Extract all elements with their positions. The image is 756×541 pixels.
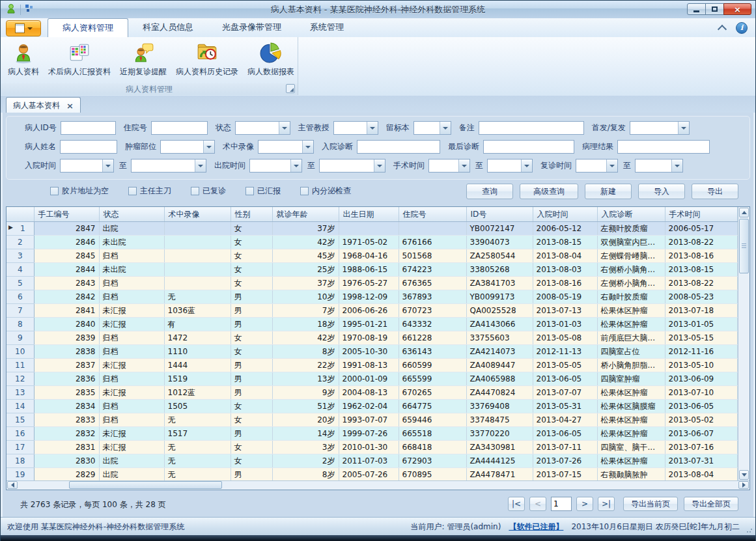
cell-visit-age[interactable]: 42岁 — [272, 331, 339, 345]
row-selector[interactable]: 8 — [7, 318, 34, 331]
cell-surgery-date[interactable]: 2013-06-07 — [665, 427, 738, 441]
horizontal-scrollbar-thumb[interactable] — [69, 481, 222, 489]
tab-patient-basic-info[interactable]: 病人基本资料 × — [6, 97, 81, 113]
cell-manual-no[interactable]: 2841 — [34, 304, 99, 318]
row-selector[interactable]: 14 — [7, 400, 34, 413]
cell-admission-no[interactable]: 501568 — [399, 249, 466, 263]
column-header-gender[interactable]: 性别 — [231, 207, 272, 222]
cell-birth-date[interactable]: 1962-02-04 — [339, 400, 399, 413]
ribbon-tab-patient-management[interactable]: 病人资料管理 — [48, 18, 128, 37]
cell-admit-dx[interactable]: 松果体区肿瘤 — [597, 427, 665, 441]
close-button[interactable]: × — [723, 3, 751, 15]
cell-intraop-video[interactable]: 1036蓝 — [164, 304, 231, 318]
cell-status[interactable]: 未汇报 — [99, 304, 164, 318]
chevron-down-icon[interactable] — [606, 160, 617, 172]
next-page-button[interactable]: > — [576, 497, 593, 511]
scroll-up-button[interactable] — [739, 208, 749, 217]
cell-status[interactable]: 未汇报 — [99, 441, 164, 454]
chevron-down-icon[interactable] — [374, 160, 385, 172]
cell-status[interactable]: 归档 — [99, 331, 164, 345]
cell-gender[interactable]: 女 — [231, 236, 272, 249]
table-row[interactable]: 132835未汇报1012蓝男9岁2004-08-13670265ZA44708… — [7, 386, 738, 400]
horizontal-scrollbar[interactable] — [7, 480, 749, 490]
cell-id-no[interactable]: ZA4478471 — [466, 468, 533, 481]
cell-status[interactable]: 归档 — [99, 345, 164, 359]
chevron-down-icon[interactable] — [521, 160, 532, 172]
cell-birth-date[interactable]: 1998-12-09 — [339, 290, 399, 304]
cell-admit-dx[interactable]: 右侧桥小脑角... — [597, 263, 665, 277]
cell-manual-no[interactable]: 2842 — [34, 290, 99, 304]
row-selector[interactable]: 7 — [7, 304, 34, 318]
cell-manual-no[interactable]: 2830 — [34, 454, 99, 468]
cell-admit-dx[interactable]: 前颅底巨大脑... — [597, 331, 665, 345]
cell-surgery-date[interactable]: 2013-07-10 — [665, 386, 738, 400]
cell-gender[interactable]: 女 — [231, 413, 272, 427]
column-header-intraop-video[interactable]: 术中录像 — [164, 207, 231, 222]
chevron-down-icon[interactable] — [195, 160, 206, 172]
ribbon-tab-disc-management[interactable]: 光盘录像带管理 — [208, 18, 296, 36]
cell-admission-no[interactable]: 670723 — [399, 304, 466, 318]
cell-admit-date[interactable]: 2008-05-19 — [533, 290, 597, 304]
cell-gender[interactable]: 男 — [231, 290, 272, 304]
cell-admit-date[interactable]: 2012-11-13 — [533, 345, 597, 359]
cell-admit-dx[interactable]: 四脑室、脑干... — [597, 441, 665, 454]
cell-intraop-video[interactable] — [164, 249, 231, 263]
collapse-ribbon-icon[interactable] — [718, 24, 727, 33]
admission-dx-input[interactable] — [357, 140, 440, 154]
cell-admit-dx[interactable]: 松果体区肿瘤 — [597, 386, 665, 400]
cell-surgery-date[interactable]: 2013-05-15 — [665, 331, 738, 345]
cell-birth-date[interactable]: 1970-08-19 — [339, 331, 399, 345]
cell-admit-date[interactable]: 2013-08-16 — [533, 277, 597, 290]
cell-id-no[interactable]: 33805268 — [466, 263, 533, 277]
cell-admit-dx[interactable]: 右颞叶胶质瘤 — [597, 290, 665, 304]
cell-intraop-video[interactable] — [164, 236, 231, 249]
cell-gender[interactable]: 女 — [231, 400, 272, 413]
first-page-button[interactable]: |< — [508, 497, 525, 511]
cell-visit-age[interactable]: 10岁 — [272, 290, 339, 304]
cell-visit-age[interactable]: 51岁 — [272, 400, 339, 413]
cell-birth-date[interactable]: 1968-04-16 — [339, 249, 399, 263]
cell-admission-no[interactable]: 660599 — [399, 359, 466, 372]
cell-visit-age[interactable]: 3岁 — [272, 441, 339, 454]
table-row[interactable]: 162832未汇报1517男14岁1999-07-266655183377022… — [7, 427, 738, 441]
column-header-admission-no[interactable]: 住院号 — [399, 207, 466, 222]
cell-manual-no[interactable]: 2847 — [34, 222, 99, 236]
checkbox-film-address-empty[interactable]: 胶片地址为空 — [50, 186, 109, 197]
cell-visit-age[interactable]: 2岁 — [272, 454, 339, 468]
scroll-right-button[interactable] — [738, 481, 749, 489]
cell-birth-date[interactable]: 2006-06-26 — [339, 304, 399, 318]
cell-admit-dx[interactable]: 右额颞脑脓肿 — [597, 468, 665, 481]
cell-admission-no[interactable]: 664775 — [399, 400, 466, 413]
column-header-admit-dx[interactable]: 入院诊断 — [597, 207, 665, 222]
row-selector[interactable]: ▶1 — [7, 222, 34, 236]
cell-admission-no[interactable]: 661228 — [399, 331, 466, 345]
cell-manual-no[interactable]: 2832 — [34, 427, 99, 441]
followup-time-from-select[interactable] — [576, 159, 618, 173]
admit-time-from-select[interactable] — [60, 159, 114, 173]
patient-id-input[interactable] — [61, 121, 116, 135]
cell-birth-date[interactable]: 1993-07-07 — [339, 413, 399, 427]
create-button[interactable]: 新建 — [585, 184, 632, 199]
cell-status[interactable]: 未汇报 — [99, 318, 164, 331]
cell-admit-date[interactable]: 2013-08-15 — [533, 236, 597, 249]
chevron-down-icon[interactable] — [203, 141, 214, 153]
cell-gender[interactable]: 女 — [231, 249, 272, 263]
cell-surgery-date[interactable]: 2013-06-09 — [665, 372, 738, 386]
chevron-down-icon[interactable] — [671, 160, 682, 172]
cell-surgery-date[interactable]: 2013-07-16 — [665, 441, 738, 454]
table-row[interactable]: 192829出院无男8岁2005-07-26670895ZA4478471201… — [7, 468, 738, 481]
intraop-video-select[interactable] — [258, 140, 314, 154]
cell-surgery-date[interactable]: 2013-01-05 — [665, 318, 738, 331]
checkbox-followed-up[interactable]: 已复诊 — [191, 186, 226, 197]
chevron-down-icon[interactable] — [290, 160, 301, 172]
cell-admit-date[interactable]: 2013-05-05 — [533, 359, 597, 372]
cell-status[interactable]: 未汇报 — [99, 386, 164, 400]
cell-admit-date[interactable]: 2013-07-07 — [533, 386, 597, 400]
surgery-time-from-select[interactable] — [428, 159, 470, 173]
cell-gender[interactable]: 女 — [231, 331, 272, 345]
cell-admission-no[interactable] — [399, 222, 466, 236]
cell-admit-date[interactable]: 2013-06-05 — [533, 372, 597, 386]
specimen-select[interactable] — [413, 121, 451, 135]
app-menu-button[interactable] — [6, 20, 41, 36]
discharge-time-to-select[interactable] — [319, 159, 385, 173]
